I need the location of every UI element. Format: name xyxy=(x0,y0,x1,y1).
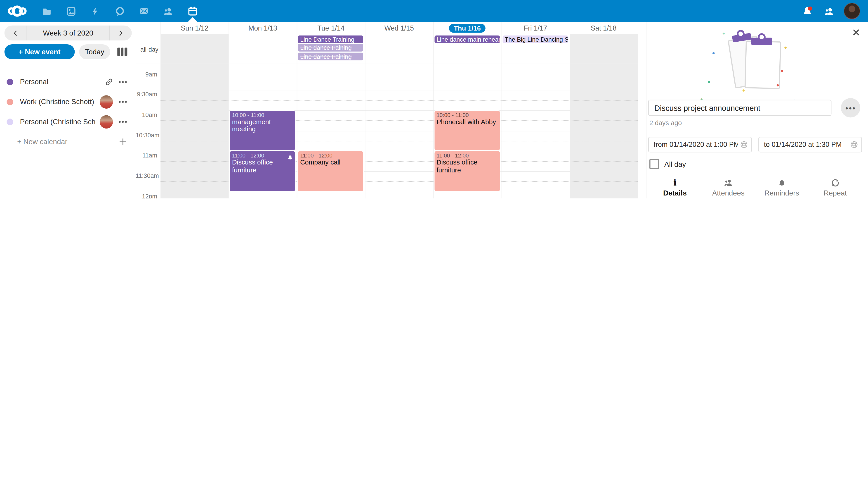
event-title: management meeting xyxy=(232,119,293,134)
column-divider xyxy=(160,34,161,64)
calendar-event[interactable]: 11:00 - 12:00Discuss office furniture xyxy=(229,151,296,192)
new-calendar-button[interactable]: + New calendar xyxy=(6,134,127,149)
user-avatar[interactable] xyxy=(844,3,860,19)
confetti-dot xyxy=(784,47,786,49)
calendar-icon[interactable] xyxy=(180,0,205,22)
calendar-name: Personal xyxy=(20,78,101,86)
calendar-color-dot xyxy=(6,98,13,105)
day-header[interactable]: Fri 1/17 xyxy=(501,22,569,34)
more-actions-icon[interactable] xyxy=(119,120,127,123)
day-column[interactable]: 11:00 - 12:00Company call1:00 - 1:30Disc… xyxy=(297,64,365,198)
day-header[interactable]: Sun 1/12 xyxy=(160,22,229,34)
activity-icon[interactable] xyxy=(83,0,107,22)
all-day-label: all-day xyxy=(135,34,160,64)
day-column[interactable] xyxy=(365,64,433,198)
day-header[interactable]: Thu 1/16 xyxy=(433,22,501,34)
event-editor-panel: +++ ●●● 2 days ago All day iDetailsAtten… xyxy=(647,22,868,198)
event-title: Discuss office furniture xyxy=(436,159,498,174)
all-day-event[interactable]: Line dance main rehearsal xyxy=(434,35,500,43)
column-divider xyxy=(160,22,161,34)
time-grid[interactable]: 10:00 - 11:00management meeting11:00 - 1… xyxy=(135,64,638,198)
event-illustration: +++ xyxy=(648,30,862,92)
tab-reminders[interactable]: Reminders xyxy=(755,174,808,198)
day-column[interactable] xyxy=(569,64,638,198)
contacts-menu-icon[interactable] xyxy=(818,0,840,22)
calendar-event[interactable]: 10:00 - 11:00management meeting xyxy=(229,110,296,151)
tab-repeat[interactable]: Repeat xyxy=(809,174,862,198)
day-header[interactable]: Wed 1/15 xyxy=(365,22,433,34)
time-label: 10am xyxy=(135,111,157,118)
tab-details[interactable]: iDetails xyxy=(648,174,702,198)
share-link-icon[interactable] xyxy=(105,78,113,86)
last-modified-label: 2 days ago xyxy=(649,119,862,127)
nextcloud-logo-icon[interactable] xyxy=(0,0,34,22)
day-header[interactable]: Mon 1/13 xyxy=(229,22,297,34)
event-title: Phonecall with Abby xyxy=(436,119,498,126)
calendar-list-item[interactable]: Personal (Christine Scho… xyxy=(6,114,127,129)
time-label: 11:30am xyxy=(135,172,157,179)
more-actions-icon[interactable] xyxy=(119,100,127,104)
app-launcher xyxy=(0,0,205,22)
day-header[interactable]: Sat 1/18 xyxy=(569,22,638,34)
previous-week-button[interactable] xyxy=(4,26,27,40)
day-column[interactable] xyxy=(501,64,569,198)
files-icon[interactable] xyxy=(34,0,59,22)
talk-icon[interactable] xyxy=(107,0,132,22)
all-day-event[interactable]: Line dance training xyxy=(298,53,363,60)
today-button[interactable]: Today xyxy=(79,44,110,59)
new-event-button[interactable]: + New event xyxy=(4,44,75,59)
end-datetime-input[interactable] xyxy=(758,137,862,152)
column-divider xyxy=(229,34,229,64)
calendar-name: Personal (Christine Scho… xyxy=(20,117,95,126)
event-time-label: 11:00 - 12:00 xyxy=(300,152,361,159)
tab-attendees[interactable]: Attendees xyxy=(702,174,755,198)
calendar-event[interactable]: 11:00 - 12:00Discuss office furniture xyxy=(434,151,500,192)
owner-avatar xyxy=(100,95,113,108)
time-label: 9:30am xyxy=(135,91,157,97)
all-day-checkbox-label[interactable]: All day xyxy=(664,160,686,168)
day-column[interactable]: 10:00 - 11:00management meeting11:00 - 1… xyxy=(229,64,297,198)
calendar-event[interactable]: 10:00 - 11:00Phonecall with Abby xyxy=(434,110,500,151)
clip-ring-back xyxy=(737,30,745,37)
column-divider xyxy=(569,34,570,64)
all-day-checkbox[interactable] xyxy=(649,159,659,169)
column-divider xyxy=(501,22,502,34)
day-column[interactable] xyxy=(160,64,229,198)
start-datetime-input[interactable] xyxy=(648,137,752,152)
day-header[interactable]: Tue 1/14 xyxy=(297,22,365,34)
all-day-event[interactable]: Line dance training xyxy=(298,44,363,52)
view-mode-icon[interactable] xyxy=(117,48,127,56)
column-divider xyxy=(433,34,434,64)
event-time-label: 11:00 - 12:00 xyxy=(232,152,293,159)
calendar-list-item[interactable]: Personal xyxy=(6,74,127,89)
day-header-label: Mon 1/13 xyxy=(248,24,277,32)
plus-icon xyxy=(119,138,127,145)
event-title-input[interactable] xyxy=(648,100,832,116)
time-label: 9am xyxy=(135,70,157,77)
event-title: Company call xyxy=(300,159,361,167)
week-label[interactable]: Week 3 of 2020 xyxy=(27,26,110,40)
column-divider xyxy=(501,34,502,64)
top-navigation-bar xyxy=(0,0,868,22)
notifications-bell-icon[interactable] xyxy=(796,0,818,22)
photos-icon[interactable] xyxy=(59,0,83,22)
day-header-label: Fri 1/17 xyxy=(524,24,547,32)
timezone-globe-icon[interactable] xyxy=(850,141,858,148)
all-day-event[interactable]: The Big Line Dancing Show xyxy=(502,35,568,43)
mail-icon[interactable] xyxy=(132,0,156,22)
event-actions-menu-button[interactable]: ●●● xyxy=(841,98,860,117)
weekend-shading xyxy=(569,34,638,64)
calendar-event[interactable]: 11:00 - 12:00Company call xyxy=(298,151,364,192)
day-header-row: Sun 1/12Mon 1/13Tue 1/14Wed 1/15Thu 1/16… xyxy=(135,22,638,35)
more-actions-icon[interactable] xyxy=(119,80,127,84)
next-week-button[interactable] xyxy=(110,26,132,40)
contacts-icon[interactable] xyxy=(156,0,181,22)
repeat-icon xyxy=(831,178,839,187)
confetti-dot xyxy=(777,84,779,86)
day-header-label: Sat 1/18 xyxy=(591,24,616,32)
time-label: 10:30am xyxy=(135,132,157,138)
day-column[interactable]: 10:00 - 11:00Phonecall with Abby11:00 - … xyxy=(433,64,501,198)
timezone-globe-icon[interactable] xyxy=(740,141,748,148)
calendar-list-item[interactable]: Work (Christine Schott) xyxy=(6,94,127,109)
all-day-event[interactable]: Line Dance Training xyxy=(298,35,363,43)
